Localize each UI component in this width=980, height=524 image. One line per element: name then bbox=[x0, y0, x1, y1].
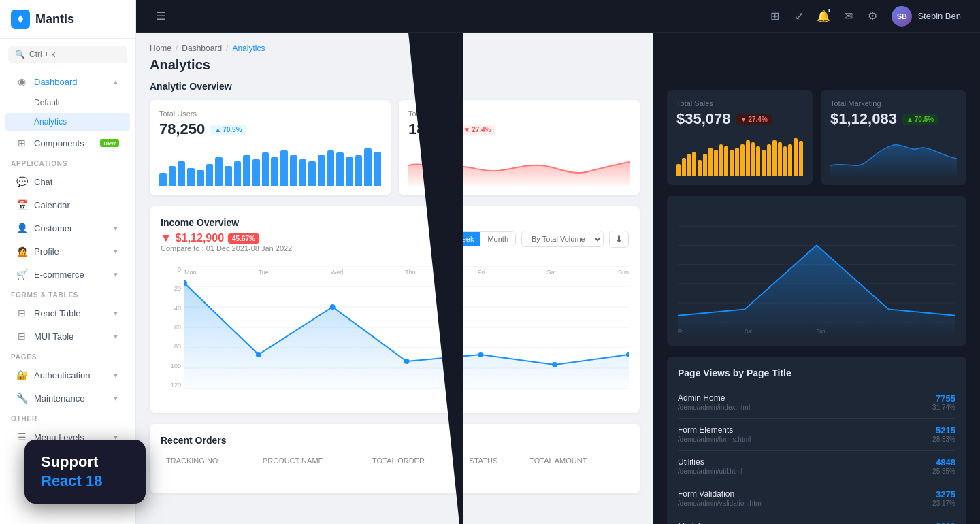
stat-cards-light: Total Users 78,250 ▲ 70.5% Total Order 1 bbox=[150, 100, 640, 195]
breadcrumb-dashboard[interactable]: Dashboard bbox=[182, 44, 222, 53]
gold-bar bbox=[740, 144, 745, 176]
stat-orders-value-row: 18,800 ▼ 27.4% bbox=[408, 120, 630, 138]
stat-orders-badge: ▼ 27.4% bbox=[459, 125, 495, 135]
week-button[interactable]: Week bbox=[448, 232, 481, 246]
gold-bar bbox=[794, 138, 798, 176]
pv-title-0: Admin Home bbox=[678, 393, 750, 403]
breadcrumb-analytics: Analytics bbox=[232, 44, 265, 53]
pv-title-3: Form Validation bbox=[678, 489, 763, 499]
light-panel: Home / Dashboard / Analytics Analytics A… bbox=[136, 33, 653, 524]
gold-bar bbox=[708, 148, 713, 176]
sidebar-item-dashboard[interactable]: ◉ Dashboard ▲ bbox=[5, 71, 130, 93]
search-icon: 🔍 bbox=[15, 50, 25, 59]
pv-url-1: /demo/admin/forms.html bbox=[678, 436, 751, 443]
bar bbox=[197, 170, 204, 186]
sidebar-item-react-table[interactable]: ⊟ React Table ▼ bbox=[5, 302, 130, 324]
notifications-button[interactable]: 🔔 1 bbox=[813, 5, 834, 27]
search-input[interactable] bbox=[29, 50, 120, 59]
bar bbox=[374, 152, 381, 186]
gold-bar bbox=[778, 142, 782, 176]
apps-icon-button[interactable]: ⊞ bbox=[764, 5, 785, 27]
dark-marketing-badge: ▲ 70.5% bbox=[902, 114, 938, 125]
chevron-down-icon-customer: ▼ bbox=[112, 225, 119, 232]
bar bbox=[262, 152, 270, 186]
gold-bar bbox=[751, 142, 755, 176]
page-view-item-3: Form Validation /demo/admin/validation.h… bbox=[678, 482, 956, 514]
svg-point-8 bbox=[256, 352, 261, 357]
marketing-area-chart bbox=[830, 135, 957, 176]
sidebar-item-maintenance[interactable]: 🔧 Maintenance ▼ bbox=[5, 387, 130, 409]
sidebar-item-authentication[interactable]: 🔐 Authentication ▼ bbox=[5, 364, 130, 386]
dark-sales-badge-value: 27.4% bbox=[748, 116, 767, 123]
page-view-item-2: Utilities /demo/admin/util.html 4848 25.… bbox=[678, 451, 956, 482]
dark-sales-value-row: $35,078 ▼ 27.4% bbox=[676, 110, 803, 128]
page-view-item-0: Admin Home /demo/admin/index.html 7755 3… bbox=[678, 387, 956, 419]
gold-bar bbox=[799, 141, 803, 176]
sidebar-label-ecommerce: E-commerce bbox=[34, 269, 105, 280]
pv-url-2: /demo/admin/util.html bbox=[678, 468, 742, 475]
sidebar-item-profile[interactable]: 🙍 Profile ▼ bbox=[5, 240, 130, 262]
page-title: Analytics bbox=[150, 57, 640, 73]
breadcrumb-home[interactable]: Home bbox=[150, 44, 172, 53]
gold-bar bbox=[682, 158, 686, 176]
bar bbox=[318, 155, 325, 186]
breadcrumb-sep-1: / bbox=[176, 44, 178, 53]
col-status: STATUS bbox=[464, 454, 525, 468]
gold-bar bbox=[719, 144, 723, 176]
sub-label-analytics: Analytics bbox=[34, 117, 67, 127]
bar bbox=[290, 155, 297, 186]
dark-income-chart-area: Fri Sat Sun bbox=[667, 196, 966, 346]
bar bbox=[346, 157, 353, 186]
orders-table: TRACKING NO PRODUCT NAME TOTAL ORDER STA… bbox=[161, 454, 629, 482]
settings-button[interactable]: ⚙ bbox=[862, 5, 883, 27]
volume-select[interactable]: By Total Volume bbox=[521, 231, 604, 247]
pv-title-4: Modals bbox=[678, 521, 756, 524]
user-name: Stebin Ben bbox=[917, 11, 961, 21]
header: ☰ ⊞ ⤢ 🔔 1 ✉ ⚙ SB Stebin Ben bbox=[136, 0, 980, 33]
header-left: ☰ bbox=[150, 5, 755, 27]
month-button[interactable]: Month bbox=[480, 232, 515, 246]
chevron-down-icon-maintenance: ▼ bbox=[112, 395, 119, 402]
auth-icon: 🔐 bbox=[16, 370, 27, 380]
sidebar-item-default[interactable]: Default bbox=[5, 94, 130, 112]
bar bbox=[169, 166, 176, 186]
arrow-up-icon: ▲ bbox=[214, 126, 221, 133]
chart-plot-area bbox=[184, 266, 629, 389]
sidebar-item-mui-table[interactable]: ⊟ MUI Table ▼ bbox=[5, 325, 130, 347]
svg-text:Sat: Sat bbox=[745, 327, 752, 335]
pv-count-0: 7755 bbox=[932, 393, 956, 404]
gold-bar bbox=[698, 160, 702, 176]
fullscreen-button[interactable]: ⤢ bbox=[788, 5, 810, 27]
income-pct-badge: 45.67% bbox=[228, 233, 259, 244]
svg-point-11 bbox=[478, 352, 483, 357]
sidebar-item-components[interactable]: ⊞ Components new bbox=[5, 132, 130, 154]
chevron-down-icon-profile: ▼ bbox=[112, 248, 119, 255]
download-button[interactable]: ⬇ bbox=[609, 231, 629, 248]
analytic-overview-title: Analytic Overview bbox=[150, 81, 640, 92]
support-react-popup[interactable]: Support React 18 bbox=[24, 440, 146, 504]
search-bar[interactable]: 🔍 bbox=[8, 46, 127, 63]
svg-text:Fri: Fri bbox=[678, 327, 683, 335]
pv-url-3: /demo/admin/validation.html bbox=[678, 500, 763, 507]
sidebar-item-calendar[interactable]: 📅 Calendar bbox=[5, 194, 130, 216]
sidebar-item-customer[interactable]: 👤 Customer ▼ bbox=[5, 217, 130, 239]
sidebar-item-analytics[interactable]: Analytics bbox=[5, 113, 130, 131]
sidebar-label-maintenance: Maintenance bbox=[34, 393, 105, 404]
gold-bar bbox=[692, 152, 696, 176]
bar bbox=[299, 159, 307, 186]
breadcrumb: Home / Dashboard / Analytics bbox=[150, 44, 640, 53]
user-avatar-button[interactable]: SB Stebin Ben bbox=[886, 3, 966, 29]
sidebar-item-chat[interactable]: 💬 Chat bbox=[5, 171, 130, 193]
messages-button[interactable]: ✉ bbox=[837, 5, 859, 27]
stat-card-users: Total Users 78,250 ▲ 70.5% bbox=[150, 100, 391, 195]
menu-toggle-button[interactable]: ☰ bbox=[150, 5, 172, 27]
sidebar-item-ecommerce[interactable]: 🛒 E-commerce ▼ bbox=[5, 263, 130, 285]
support-popup-line1: Support bbox=[41, 453, 129, 471]
maintenance-icon: 🔧 bbox=[16, 393, 27, 404]
app-name: Mantis bbox=[35, 12, 74, 27]
pv-count-2: 4848 bbox=[932, 457, 956, 468]
sidebar-label-calendar: Calendar bbox=[34, 200, 119, 210]
sidebar-label-react-table: React Table bbox=[34, 308, 105, 318]
income-section-title: Income Overview bbox=[161, 217, 292, 228]
svg-point-9 bbox=[330, 304, 336, 310]
